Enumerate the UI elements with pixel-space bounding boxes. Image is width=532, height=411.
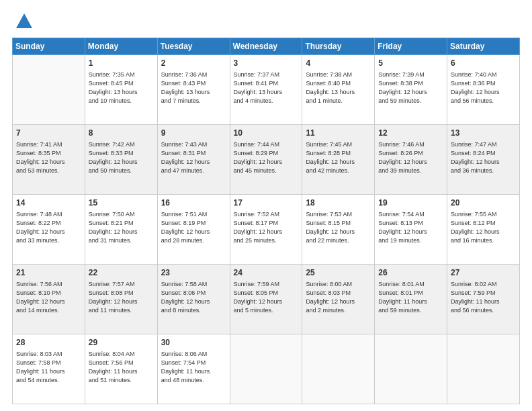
day-info: Sunrise: 7:40 AMSunset: 8:36 PMDaylight:… [451,71,516,105]
day-info: Sunrise: 7:46 AMSunset: 8:26 PMDaylight:… [378,140,443,175]
calendar-cell: 1Sunrise: 7:35 AMSunset: 8:45 PMDaylight… [85,55,157,125]
day-info: Sunrise: 7:38 AMSunset: 8:40 PMDaylight:… [306,71,371,105]
calendar-cell: 12Sunrise: 7:46 AMSunset: 8:26 PMDayligh… [375,125,447,195]
calendar-cell: 4Sunrise: 7:38 AMSunset: 8:40 PMDaylight… [302,55,375,125]
day-info: Sunrise: 8:06 AMSunset: 7:54 PMDaylight:… [161,350,226,385]
svg-marker-0 [16,13,32,28]
day-info: Sunrise: 7:55 AMSunset: 8:12 PMDaylight:… [451,210,516,245]
day-number: 21 [16,267,81,279]
weekday-header: Monday [85,38,157,55]
day-number: 30 [161,337,226,349]
calendar-cell: 10Sunrise: 7:44 AMSunset: 8:29 PMDayligh… [230,125,302,195]
day-number: 20 [451,197,516,209]
calendar-cell: 13Sunrise: 7:47 AMSunset: 8:24 PMDayligh… [447,125,520,195]
day-number: 28 [16,337,81,349]
calendar-cell: 17Sunrise: 7:52 AMSunset: 8:17 PMDayligh… [230,195,302,265]
calendar-cell: 18Sunrise: 7:53 AMSunset: 8:15 PMDayligh… [302,195,375,265]
calendar-cell [375,334,447,404]
day-info: Sunrise: 7:45 AMSunset: 8:28 PMDaylight:… [306,140,371,175]
day-info: Sunrise: 7:35 AMSunset: 8:45 PMDaylight:… [89,71,154,105]
day-number: 16 [161,197,226,209]
day-info: Sunrise: 7:43 AMSunset: 8:31 PMDaylight:… [161,140,226,175]
day-number: 14 [16,197,81,209]
day-number: 3 [234,58,299,69]
day-number: 22 [89,267,154,279]
calendar-cell: 30Sunrise: 8:06 AMSunset: 7:54 PMDayligh… [157,334,230,404]
day-info: Sunrise: 7:57 AMSunset: 8:08 PMDaylight:… [89,280,154,315]
calendar-week-row: 21Sunrise: 7:56 AMSunset: 8:10 PMDayligh… [13,265,520,334]
day-number: 12 [378,128,443,139]
calendar-cell: 19Sunrise: 7:54 AMSunset: 8:13 PMDayligh… [375,195,447,265]
day-info: Sunrise: 7:37 AMSunset: 8:41 PMDaylight:… [234,71,299,105]
calendar-cell: 22Sunrise: 7:57 AMSunset: 8:08 PMDayligh… [85,265,157,334]
calendar-cell: 27Sunrise: 8:02 AMSunset: 7:59 PMDayligh… [447,265,520,334]
calendar-cell: 3Sunrise: 7:37 AMSunset: 8:41 PMDaylight… [230,55,302,125]
calendar-cell [447,334,520,404]
weekday-header: Wednesday [230,38,302,55]
day-number: 13 [451,128,516,139]
calendar-cell: 6Sunrise: 7:40 AMSunset: 8:36 PMDaylight… [447,55,520,125]
day-number: 2 [161,58,226,69]
page: SundayMondayTuesdayWednesdayThursdayFrid… [0,0,532,411]
calendar-cell: 2Sunrise: 7:36 AMSunset: 8:43 PMDaylight… [157,55,230,125]
day-number: 5 [378,58,443,69]
day-info: Sunrise: 8:03 AMSunset: 7:58 PMDaylight:… [16,350,81,385]
day-number: 4 [306,58,371,69]
calendar-cell: 14Sunrise: 7:48 AMSunset: 8:22 PMDayligh… [13,195,85,265]
calendar-cell: 15Sunrise: 7:50 AMSunset: 8:21 PMDayligh… [85,195,157,265]
day-number: 19 [378,197,443,209]
calendar-cell: 16Sunrise: 7:51 AMSunset: 8:19 PMDayligh… [157,195,230,265]
weekday-header: Saturday [447,38,520,55]
calendar-cell [13,55,85,125]
day-number: 26 [378,267,443,279]
calendar-table: SundayMondayTuesdayWednesdayThursdayFrid… [12,38,520,404]
calendar-cell: 9Sunrise: 7:43 AMSunset: 8:31 PMDaylight… [157,125,230,195]
logo-icon [15,12,34,31]
day-number: 15 [89,197,154,209]
day-number: 6 [451,58,516,69]
day-info: Sunrise: 7:54 AMSunset: 8:13 PMDaylight:… [378,210,443,245]
day-info: Sunrise: 7:47 AMSunset: 8:24 PMDaylight:… [451,140,516,175]
calendar-cell: 24Sunrise: 7:59 AMSunset: 8:05 PMDayligh… [230,265,302,334]
weekday-header: Friday [375,38,447,55]
day-number: 7 [16,128,81,139]
day-info: Sunrise: 7:42 AMSunset: 8:33 PMDaylight:… [89,140,154,175]
calendar-cell: 11Sunrise: 7:45 AMSunset: 8:28 PMDayligh… [302,125,375,195]
day-number: 11 [306,128,371,139]
day-info: Sunrise: 7:50 AMSunset: 8:21 PMDaylight:… [89,210,154,245]
calendar-cell: 8Sunrise: 7:42 AMSunset: 8:33 PMDaylight… [85,125,157,195]
calendar-cell: 23Sunrise: 7:58 AMSunset: 8:06 PMDayligh… [157,265,230,334]
day-number: 10 [234,128,299,139]
calendar-cell: 5Sunrise: 7:39 AMSunset: 8:38 PMDaylight… [375,55,447,125]
day-info: Sunrise: 7:53 AMSunset: 8:15 PMDaylight:… [306,210,371,245]
calendar-cell [230,334,302,404]
day-info: Sunrise: 7:41 AMSunset: 8:35 PMDaylight:… [16,140,81,175]
day-number: 17 [234,197,299,209]
day-number: 23 [161,267,226,279]
day-number: 8 [89,128,154,139]
logo [12,13,34,31]
day-info: Sunrise: 7:56 AMSunset: 8:10 PMDaylight:… [16,280,81,315]
day-info: Sunrise: 8:01 AMSunset: 8:01 PMDaylight:… [378,280,443,315]
day-info: Sunrise: 8:00 AMSunset: 8:03 PMDaylight:… [306,280,371,315]
header [12,11,520,31]
day-number: 25 [306,267,371,279]
day-info: Sunrise: 7:36 AMSunset: 8:43 PMDaylight:… [161,71,226,105]
calendar-cell: 29Sunrise: 8:04 AMSunset: 7:56 PMDayligh… [85,334,157,404]
weekday-header: Tuesday [157,38,230,55]
day-number: 18 [306,197,371,209]
calendar-cell: 26Sunrise: 8:01 AMSunset: 8:01 PMDayligh… [375,265,447,334]
weekday-header: Sunday [13,38,85,55]
calendar-cell: 7Sunrise: 7:41 AMSunset: 8:35 PMDaylight… [13,125,85,195]
day-number: 24 [234,267,299,279]
day-info: Sunrise: 7:51 AMSunset: 8:19 PMDaylight:… [161,210,226,245]
day-number: 29 [89,337,154,349]
calendar-cell: 25Sunrise: 8:00 AMSunset: 8:03 PMDayligh… [302,265,375,334]
day-info: Sunrise: 8:04 AMSunset: 7:56 PMDaylight:… [89,350,154,385]
day-info: Sunrise: 7:58 AMSunset: 8:06 PMDaylight:… [161,280,226,315]
calendar-cell: 28Sunrise: 8:03 AMSunset: 7:58 PMDayligh… [13,334,85,404]
day-info: Sunrise: 7:44 AMSunset: 8:29 PMDaylight:… [234,140,299,175]
calendar-week-row: 28Sunrise: 8:03 AMSunset: 7:58 PMDayligh… [13,334,520,404]
calendar-week-row: 7Sunrise: 7:41 AMSunset: 8:35 PMDaylight… [13,125,520,195]
day-info: Sunrise: 7:52 AMSunset: 8:17 PMDaylight:… [234,210,299,245]
